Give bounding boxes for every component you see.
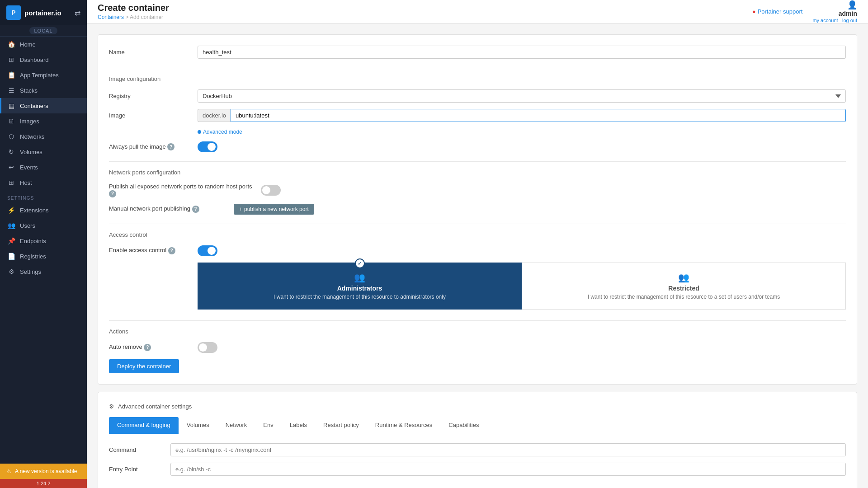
sidebar-item-users[interactable]: 👥 Users bbox=[0, 218, 87, 233]
page-title: Create container bbox=[98, 3, 169, 13]
name-input[interactable] bbox=[198, 46, 846, 59]
name-label: Name bbox=[109, 49, 190, 56]
advanced-settings-label: Advanced container settings bbox=[118, 403, 192, 410]
topbar-right: ● Portainer support 👤 admin my account l… bbox=[752, 0, 857, 23]
user-info: 👤 admin my account log out bbox=[810, 0, 857, 23]
deploy-button[interactable]: Deploy the container bbox=[109, 359, 179, 373]
images-icon: 🗎 bbox=[7, 117, 15, 125]
breadcrumb: Containers > Add container bbox=[98, 14, 169, 20]
advanced-mode-link[interactable]: Advanced mode bbox=[198, 129, 242, 135]
command-row: Command bbox=[109, 443, 846, 456]
topbar-left: Create container Containers > Add contai… bbox=[98, 3, 169, 20]
main-content: Create container Containers > Add contai… bbox=[87, 0, 868, 488]
tab-restart-policy[interactable]: Restart policy bbox=[315, 417, 367, 434]
always-pull-toggle[interactable] bbox=[198, 141, 217, 152]
auto-remove-toggle[interactable] bbox=[198, 342, 217, 353]
warning-icon: ⚠ bbox=[6, 468, 11, 474]
sidebar-item-host[interactable]: ⊞ Host bbox=[0, 175, 87, 190]
support-label: Portainer support bbox=[758, 8, 803, 15]
command-input[interactable] bbox=[170, 443, 846, 456]
entry-point-row: Entry Point bbox=[109, 463, 846, 476]
publish-all-slider bbox=[261, 185, 281, 196]
sidebar-item-stacks[interactable]: ☰ Stacks bbox=[0, 83, 87, 98]
admin-card-title: Administrators bbox=[207, 285, 512, 292]
sidebar-label-registries: Registries bbox=[20, 253, 46, 260]
dashboard-icon: ⊞ bbox=[7, 56, 15, 63]
manual-port-help-icon[interactable]: ? bbox=[192, 206, 199, 213]
tab-runtime-resources[interactable]: Runtime & Resources bbox=[367, 417, 440, 434]
image-input-group: docker.io bbox=[198, 109, 846, 122]
deploy-row: Deploy the container bbox=[109, 359, 846, 373]
log-out-link[interactable]: log out bbox=[842, 18, 857, 23]
new-version-banner[interactable]: ⚠ A new version is available bbox=[0, 464, 87, 479]
sidebar-item-events[interactable]: ↩ Events bbox=[0, 160, 87, 175]
sidebar-item-home[interactable]: 🏠 Home bbox=[0, 37, 87, 52]
advanced-settings-header: ⚙ Advanced container settings bbox=[109, 403, 846, 410]
sidebar-item-dashboard[interactable]: ⊞ Dashboard bbox=[0, 52, 87, 67]
advanced-tabs: Command & logging Volumes Network Env La… bbox=[109, 417, 846, 434]
sidebar-label-networks: Networks bbox=[20, 133, 44, 140]
restricted-access-card[interactable]: 👥 Restricted I want to restrict the mana… bbox=[522, 263, 846, 310]
sidebar-label-volumes: Volumes bbox=[20, 149, 42, 155]
tab-volumes[interactable]: Volumes bbox=[179, 417, 217, 434]
home-icon: 🏠 bbox=[7, 41, 15, 48]
host-icon: ⊞ bbox=[7, 179, 15, 186]
networks-icon: ⬡ bbox=[7, 133, 15, 140]
volumes-icon: ↻ bbox=[7, 148, 15, 155]
sidebar-item-containers[interactable]: ▦ Containers bbox=[0, 98, 87, 113]
sidebar-label-containers: Containers bbox=[20, 103, 48, 109]
publish-new-port-button[interactable]: + publish a new network port bbox=[234, 204, 314, 215]
new-version-label: A new version is available bbox=[15, 468, 77, 474]
sidebar-label-settings: Settings bbox=[20, 268, 41, 275]
sidebar-item-networks[interactable]: ⬡ Networks bbox=[0, 129, 87, 144]
publish-all-help-icon[interactable]: ? bbox=[109, 190, 116, 197]
entry-point-input[interactable] bbox=[170, 463, 846, 476]
publish-port-label: publish a new network port bbox=[244, 206, 309, 212]
env-switch-icon[interactable]: ⇄ bbox=[75, 9, 80, 17]
image-prefix: docker.io bbox=[198, 109, 231, 122]
image-row: Image docker.io bbox=[109, 109, 846, 122]
sidebar-label-users: Users bbox=[20, 222, 35, 229]
tab-env[interactable]: Env bbox=[255, 417, 281, 434]
publish-all-toggle[interactable] bbox=[261, 185, 281, 196]
publish-all-label: Publish all exposed network ports to ran… bbox=[109, 183, 254, 197]
sidebar-item-settings[interactable]: ⚙ Settings bbox=[0, 264, 87, 279]
sidebar-item-app-templates[interactable]: 📋 App Templates bbox=[0, 67, 87, 83]
gear-icon: ⚙ bbox=[109, 403, 114, 410]
stacks-icon: ☰ bbox=[7, 87, 15, 94]
user-avatar-icon: 👤 bbox=[847, 0, 857, 10]
always-pull-help-icon[interactable]: ? bbox=[167, 143, 175, 150]
sidebar-label-host: Host bbox=[20, 179, 32, 186]
sidebar-item-volumes[interactable]: ↻ Volumes bbox=[0, 144, 87, 160]
enable-access-toggle[interactable] bbox=[198, 245, 217, 256]
admin-access-card[interactable]: ✓ 👥 Administrators I want to restrict th… bbox=[198, 263, 522, 310]
users-icon: 👥 bbox=[7, 222, 15, 229]
tab-capabilities[interactable]: Capabilities bbox=[440, 417, 487, 434]
user-name: admin bbox=[839, 10, 857, 17]
access-control-title: Access control bbox=[109, 231, 846, 238]
command-label: Command bbox=[109, 446, 163, 453]
auto-remove-help-icon[interactable]: ? bbox=[144, 344, 151, 351]
tab-network[interactable]: Network bbox=[217, 417, 255, 434]
actions-title: Actions bbox=[109, 328, 846, 335]
admin-card-desc: I want to restrict the management of thi… bbox=[207, 294, 512, 300]
sidebar-version: 1.24.2 bbox=[0, 479, 87, 488]
tab-command-logging[interactable]: Command & logging bbox=[109, 417, 179, 434]
registries-icon: 📄 bbox=[7, 253, 15, 260]
enable-access-row: Enable access control ? bbox=[109, 245, 846, 256]
breadcrumb-link[interactable]: Containers bbox=[98, 14, 124, 20]
image-input[interactable] bbox=[231, 109, 846, 122]
enable-access-label: Enable access control ? bbox=[109, 247, 190, 254]
sidebar-item-images[interactable]: 🗎 Images bbox=[0, 113, 87, 129]
my-account-link[interactable]: my account bbox=[812, 18, 838, 23]
support-link[interactable]: ● Portainer support bbox=[752, 8, 803, 15]
enable-access-help-icon[interactable]: ? bbox=[168, 247, 175, 254]
sidebar-item-registries[interactable]: 📄 Registries bbox=[0, 249, 87, 264]
auto-remove-row: Auto remove ? bbox=[109, 342, 846, 353]
sidebar-item-endpoints[interactable]: 📌 Endpoints bbox=[0, 233, 87, 249]
tab-labels[interactable]: Labels bbox=[282, 417, 315, 434]
sidebar-item-extensions[interactable]: ⚡ Extensions bbox=[0, 202, 87, 218]
advanced-settings-card: ⚙ Advanced container settings Command & … bbox=[98, 392, 857, 488]
registry-select[interactable]: DockerHub Other Registry bbox=[198, 89, 846, 103]
image-label: Image bbox=[109, 112, 190, 119]
